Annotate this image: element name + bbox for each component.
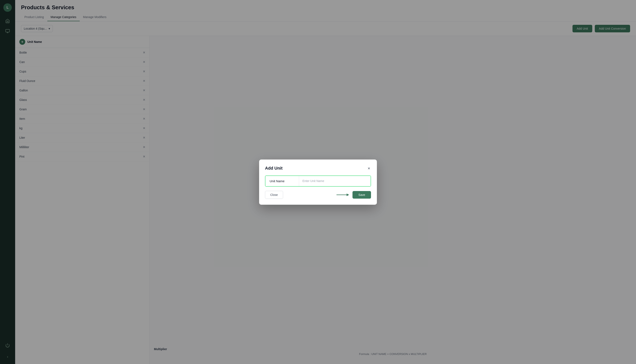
arrow-icon xyxy=(337,193,349,197)
modal-save-button[interactable]: Save xyxy=(353,191,371,198)
modal-close-button[interactable]: × xyxy=(367,166,371,171)
svg-marker-5 xyxy=(347,194,349,196)
modal-close-button-action[interactable]: Close xyxy=(265,191,283,199)
add-unit-modal: Add Unit × Unit Name Close Save xyxy=(259,160,377,205)
modal-actions: Close Save xyxy=(265,191,371,199)
unit-name-label: Unit Name xyxy=(265,176,299,186)
unit-name-form-row: Unit Name xyxy=(265,176,371,186)
unit-name-input-cell xyxy=(299,176,371,186)
modal-overlay[interactable]: Add Unit × Unit Name Close Save xyxy=(0,0,636,364)
unit-name-input[interactable] xyxy=(299,176,371,186)
modal-title: Add Unit xyxy=(265,166,282,171)
modal-header: Add Unit × xyxy=(265,166,371,171)
